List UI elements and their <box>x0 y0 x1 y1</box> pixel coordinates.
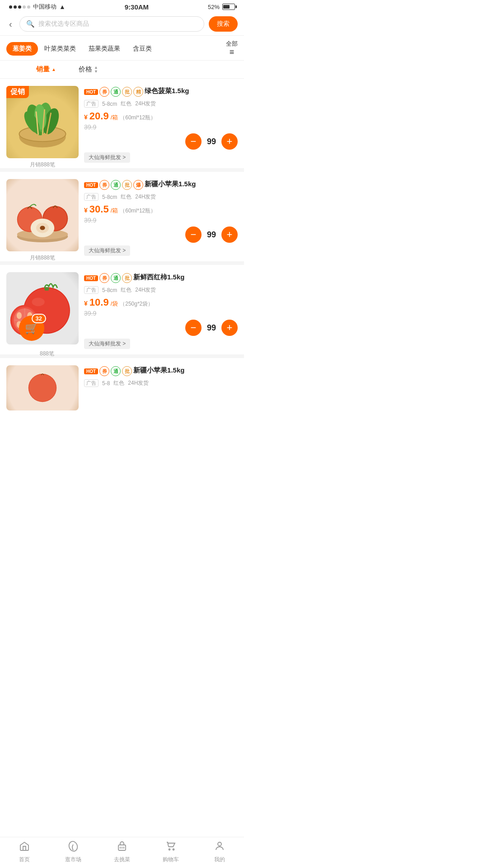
tag-tong-1: 通 <box>111 87 121 97</box>
dot5 <box>27 5 30 9</box>
qty-controls-3: − 99 + <box>185 320 238 336</box>
product-img-wrap-3: 🛒 32 888笔 <box>6 272 79 344</box>
price-current-3: 10.9 <box>89 297 109 308</box>
qty-plus-3[interactable]: + <box>221 320 238 336</box>
price-spec-2: （60ml*12瓶） <box>120 207 156 215</box>
product-img-wrap-2: 月销888笔 <box>6 179 79 251</box>
wifi-icon: ▲ <box>59 3 66 10</box>
cart-float-icon: 🛒 <box>25 322 38 335</box>
promo-badge-1: 促销 <box>6 86 29 98</box>
product-name-4: 新疆小苹果1.5kg <box>133 365 184 375</box>
qty-controls-2: − 99 + <box>185 226 238 243</box>
dot2 <box>14 5 17 9</box>
svg-point-18 <box>40 226 45 230</box>
tag-hot-4: HOT <box>84 368 98 374</box>
price-original-2: 39.9 <box>84 217 238 224</box>
shop-link-3[interactable]: 大仙海鲜批发 > <box>84 339 130 349</box>
time-label: 9:30AM <box>125 3 149 11</box>
product-list: 促销 月销888笔 HOT 券 通 批 精 绿色菠菜1.5kg 广告 5-8cm… <box>0 79 244 417</box>
price-unit-1: /箱 <box>111 113 118 122</box>
meta-size-1: 5-8cm <box>102 101 117 107</box>
product-meta-4: 广告 5-8 红色 24H发货 <box>84 379 238 387</box>
arrow-down: ▼ <box>94 70 98 74</box>
sort-sales-label: 销量 <box>36 65 50 74</box>
tag-tong-2: 通 <box>111 180 121 190</box>
meta-delivery-2: 24H发货 <box>135 193 156 201</box>
cat-han-dou[interactable]: 含豆类 <box>127 42 158 56</box>
product-info-2: HOT 券 通 批 爆 新疆小苹果1.5kg 广告 5-8cm 红色 24H发货… <box>84 179 238 256</box>
meta-color-1: 红色 <box>121 100 131 108</box>
search-button[interactable]: 搜索 <box>209 16 238 32</box>
tag-quan-3: 券 <box>99 273 109 283</box>
tag-quan-2: 券 <box>99 180 109 190</box>
tag-pi-4: 批 <box>122 366 132 376</box>
search-input-wrap[interactable]: 🔍 搜索优选专区商品 <box>19 16 204 32</box>
bottom-spacer <box>0 417 244 453</box>
cart-float-3[interactable]: 🛒 32 <box>19 316 44 341</box>
tags-row-2: HOT 券 通 批 爆 新疆小苹果1.5kg <box>84 179 238 191</box>
product-name-2: 新疆小苹果1.5kg <box>145 179 196 189</box>
tag-tong-4: 通 <box>111 366 121 376</box>
cart-badge-3: 32 <box>32 314 46 323</box>
signal-dots <box>9 5 30 9</box>
price-symbol-3: ¥ <box>84 300 88 307</box>
product-img-wrap-1: 促销 月销888笔 <box>6 86 79 158</box>
tag-hot-2: HOT <box>84 182 98 188</box>
monthly-sales-1: 月销888笔 <box>6 161 79 169</box>
svg-point-26 <box>17 312 22 319</box>
tags-row-1: HOT 券 通 批 精 绿色菠菜1.5kg <box>84 86 238 98</box>
meta-delivery-3: 24H发货 <box>135 286 156 294</box>
product-card-2: 月销888笔 HOT 券 通 批 爆 新疆小苹果1.5kg 广告 5-8cm 红… <box>0 172 244 265</box>
apple2-svg <box>20 365 65 410</box>
product-meta-1: 广告 5-8cm 红色 24H发货 <box>84 100 238 108</box>
price-unit-2: /箱 <box>111 207 118 215</box>
cat-ye-cai[interactable]: 叶菜类菜类 <box>38 42 82 56</box>
qty-row-1: − 99 + <box>84 133 238 150</box>
meta-color-4: 红色 <box>113 379 124 387</box>
qty-plus-2[interactable]: + <box>221 226 238 243</box>
product-info-3: HOT 券 通 批 新鲜西红柿1.5kg 广告 5-8cm 红色 24H发货 ¥… <box>84 272 238 349</box>
shop-link-2[interactable]: 大仙海鲜批发 > <box>84 245 130 256</box>
svg-rect-22 <box>45 287 49 291</box>
tag-quan-1: 券 <box>99 87 109 97</box>
qty-minus-2[interactable]: − <box>185 226 202 243</box>
sort-price-label: 价格 <box>79 65 92 74</box>
product-img-wrap-4 <box>6 365 79 417</box>
cat-all[interactable]: 全部 ≡ <box>226 40 238 57</box>
meta-size-2: 5-8cm <box>102 194 117 200</box>
meta-color-3: 红色 <box>121 286 131 294</box>
tag-quan-4: 券 <box>99 366 109 376</box>
back-button[interactable]: ‹ <box>6 18 15 30</box>
price-row-1: ¥ 20.9 /箱 （60ml*12瓶） <box>84 110 238 122</box>
status-bar: 中国移动 ▲ 9:30AM 52% <box>0 0 244 13</box>
sort-price-arrows: ▲ ▼ <box>94 66 98 74</box>
qty-num-2: 99 <box>206 230 217 240</box>
sort-price[interactable]: 价格 ▲ ▼ <box>79 65 98 74</box>
qty-minus-1[interactable]: − <box>185 133 202 150</box>
product-card-4: HOT 券 通 批 新疆小苹果1.5kg 广告 5-8 红色 24H发货 <box>0 358 244 417</box>
qty-plus-1[interactable]: + <box>221 133 238 150</box>
cat-qie-guo[interactable]: 茄果类蔬果 <box>82 42 127 56</box>
shop-link-1[interactable]: 大仙海鲜批发 > <box>84 152 130 163</box>
cat-cong-jiang[interactable]: 葱姜类 <box>6 42 38 56</box>
battery-fill <box>223 5 230 9</box>
product-image-4 <box>6 365 79 410</box>
status-left: 中国移动 ▲ <box>9 3 66 11</box>
svg-point-21 <box>32 298 45 307</box>
cat-all-icon: ≡ <box>230 47 235 57</box>
price-unit-3: /袋 <box>111 300 118 308</box>
qty-minus-3[interactable]: − <box>185 320 202 336</box>
apple-svg <box>9 181 76 249</box>
sort-sales[interactable]: 销量 ▲ <box>36 65 56 74</box>
sort-sales-arrow: ▲ <box>52 67 56 72</box>
meta-delivery-4: 24H发货 <box>128 379 149 387</box>
battery-percent: 52% <box>208 4 220 10</box>
tag-pi-2: 批 <box>122 180 132 190</box>
qty-row-2: − 99 + <box>84 226 238 243</box>
product-name-3: 新鲜西红柿1.5kg <box>133 272 184 282</box>
spinach-svg <box>9 88 76 156</box>
price-original-1: 39.9 <box>84 123 238 131</box>
product-image-2 <box>6 179 79 251</box>
tags-row-4: HOT 券 通 批 新疆小苹果1.5kg <box>84 365 238 377</box>
meta-size-3: 5-8cm <box>102 287 117 293</box>
